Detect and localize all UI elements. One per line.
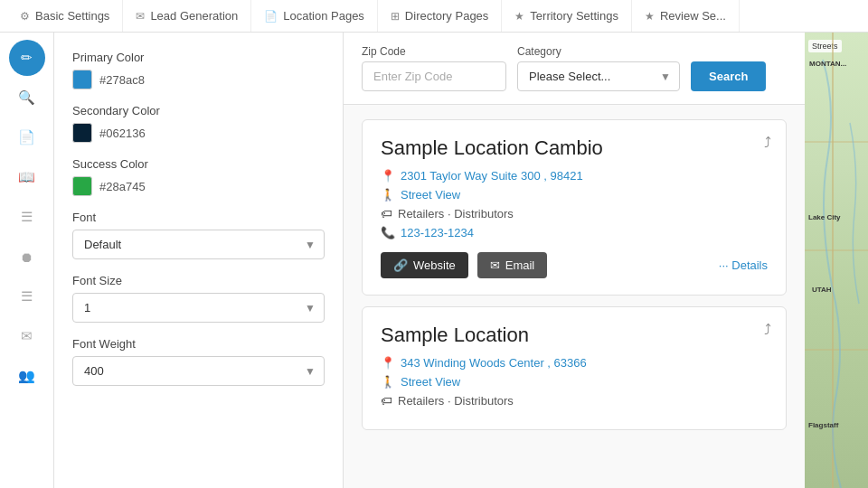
search-button[interactable]: Search [691,61,766,91]
font-weight-select[interactable]: 400 [72,356,325,386]
secondary-color-row: #062136 [72,123,325,143]
secondary-color-swatch[interactable] [72,123,92,143]
category-select[interactable]: Please Select... Retailers Distributors … [517,61,680,91]
website-button-0[interactable]: 🔗 Website [381,252,468,278]
person-icon-0: 🚶 [381,188,395,202]
map-city-1: MONTAN... [809,60,846,68]
tags-1: Retailers · Distributors [398,394,514,408]
address-1[interactable]: 343 Winding Woods Center , 63366 [401,356,587,370]
font-select-wrapper: Default ▼ [72,230,325,259]
tags-row-0: 🏷 Retailers · Distributors [381,207,768,221]
street-view-link-0[interactable]: Street View [401,188,460,202]
category-label: Category [517,45,680,58]
nav-directory-pages[interactable]: ⊞ Directory Pages [378,0,502,32]
font-field: Font Default ▼ [72,211,325,259]
email-icon: ✉ [136,10,145,23]
location-title-0: Sample Location Cambio [381,136,768,160]
category-field: Category Please Select... Retailers Dist… [517,45,680,91]
tags-0: Retailers · Distributors [398,207,514,221]
success-color-row: #28a745 [72,176,325,196]
primary-color-label: Primary Color [72,51,325,64]
sidebar-icon-list[interactable]: ☰ [9,199,45,235]
share-button-0[interactable]: ⤴ [764,135,771,151]
content-area: Zip Code Category Please Select... Retai… [344,33,805,488]
map-city-4: Flagstaff [808,421,838,429]
settings-panel: Primary Color #278ac8 Secondary Color #0… [54,33,344,488]
person-icon-1: 🚶 [381,375,395,389]
phone-row-0: 📞 123-123-1234 [381,226,768,239]
share-button-1[interactable]: ⤴ [764,322,771,338]
font-weight-field: Font Weight 400 ▼ [72,337,325,386]
nav-basic-settings[interactable]: ⚙ Basic Settings [7,0,123,32]
sidebar-icon-email[interactable]: ✉ [9,318,45,354]
map-city-3: UTAH [812,286,832,294]
secondary-color-section: Secondary Color #062136 [72,104,325,143]
primary-color-swatch[interactable] [72,70,92,89]
location-icon-1: 📍 [381,356,395,370]
primary-color-hex: #278ac8 [99,73,145,87]
details-button-0[interactable]: ··· Details [719,258,768,272]
sidebar-icon-users[interactable]: 👥 [9,358,45,394]
primary-color-row: #278ac8 [72,70,325,89]
gear-icon: ⚙ [20,10,30,23]
tag-icon-0: 🏷 [381,207,392,221]
tags-row-1: 🏷 Retailers · Distributors [381,394,768,408]
sidebar-icon-document[interactable]: 📄 [9,119,45,155]
success-color-hex: #28a745 [99,180,146,193]
sidebar-icon-search[interactable]: 🔍 [9,80,45,116]
success-color-section: Success Color #28a745 [72,157,325,196]
nav-territory-settings[interactable]: ★ Territory Settings [502,0,632,32]
card-actions-0: 🔗 Website ✉ Email ··· Details [381,252,768,278]
nav-location-pages-label: Location Pages [283,9,364,23]
font-select[interactable]: Default [72,230,325,259]
email-icon-0: ✉ [490,258,500,272]
page-icon: 📄 [264,10,278,23]
main-layout: ✏ 🔍 📄 📖 ☰ ⏺ ☰ ✉ 👥 Primary Color #278ac8 … [0,33,868,488]
nav-lead-generation-label: Lead Generation [150,9,238,23]
nav-directory-pages-label: Directory Pages [405,9,488,23]
location-card-1: Sample Location ⤴ 📍 343 Winding Woods Ce… [362,306,787,430]
address-row-1: 📍 343 Winding Woods Center , 63366 [381,356,768,370]
success-color-swatch[interactable] [72,176,92,196]
street-view-row-0: 🚶 Street View [381,188,768,202]
font-weight-select-wrapper: 400 ▼ [72,356,325,386]
location-card-0: Sample Location Cambio ⤴ 📍 2301 Taylor W… [362,119,787,296]
font-label: Font [72,211,325,224]
sidebar-icon-book[interactable]: 📖 [9,159,45,195]
grid-icon: ⊞ [391,10,400,23]
nav-review-settings-label: Review Se... [660,9,726,23]
location-icon-0: 📍 [381,169,395,183]
nav-review-settings[interactable]: ★ Review Se... [632,0,740,32]
sidebar-icon-edit[interactable]: ✏ [9,40,45,76]
font-size-select[interactable]: 1 [72,293,325,323]
nav-territory-settings-label: Territory Settings [530,9,618,23]
search-bar: Zip Code Category Please Select... Retai… [344,33,805,105]
map-city-2: Lake City [808,213,841,221]
zip-code-input[interactable] [362,61,506,91]
street-view-link-1[interactable]: Street View [401,375,460,389]
map-svg [805,33,868,488]
font-weight-label: Font Weight [72,337,325,351]
secondary-color-hex: #062136 [99,127,146,140]
sidebar-icon-record[interactable]: ⏺ [9,239,45,275]
nav-lead-generation[interactable]: ✉ Lead Generation [123,0,251,32]
tag-icon-1: 🏷 [381,394,392,408]
font-size-label: Font Size [72,274,325,287]
address-0[interactable]: 2301 Taylor Way Suite 300 , 98421 [401,169,583,183]
sidebar-icon-list2[interactable]: ☰ [9,278,45,314]
secondary-color-label: Secondary Color [72,104,325,117]
zip-code-label: Zip Code [362,45,506,58]
nav-location-pages[interactable]: 📄 Location Pages [251,0,378,32]
review-star-icon: ★ [645,10,655,23]
address-row-0: 📍 2301 Taylor Way Suite 300 , 98421 [381,169,768,183]
phone-icon-0: 📞 [381,226,395,239]
website-label-0: Website [413,258,456,272]
map-panel: Streets MONTAN... Lake City UTAH Flagsta… [805,33,868,488]
email-button-0[interactable]: ✉ Email [477,252,548,278]
top-navigation: ⚙ Basic Settings ✉ Lead Generation 📄 Loc… [0,0,868,33]
link-icon-0: 🔗 [393,258,408,272]
star-icon: ★ [514,10,524,23]
email-label-0: Email [505,258,535,272]
phone-0[interactable]: 123-123-1234 [401,226,474,239]
location-title-1: Sample Location [381,324,768,347]
